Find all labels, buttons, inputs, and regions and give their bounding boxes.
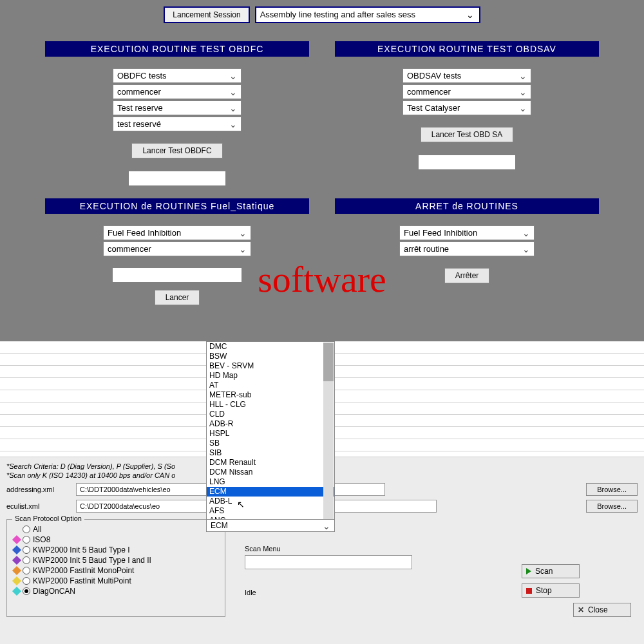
protocol-kwp12-label: KWP2000 Init 5 Baud Type I and II	[33, 556, 151, 565]
obdfc-reserve-select[interactable]: Test reserve	[113, 100, 242, 115]
obdfc-commencer-select[interactable]: commencer	[113, 84, 242, 99]
obdfc-header: EXECUTION ROUTINE TEST OBDFC	[45, 41, 309, 57]
dropdown-item[interactable]: SIB	[207, 448, 334, 458]
dropdown-item[interactable]: DCM Renault	[207, 458, 334, 468]
launch-session-button[interactable]: Lancement Session	[164, 6, 249, 23]
lancer-fuel-button[interactable]: Lancer	[155, 290, 200, 305]
arret-section: ARRET de ROUTINES Fuel Feed Inhibition a…	[335, 198, 599, 318]
scan-menu-field[interactable]	[245, 555, 412, 569]
protocol-all-label: All	[33, 525, 41, 534]
lancer-test-obdsav-button[interactable]: Lancer Test OBD SA	[421, 127, 514, 142]
fuel-section: EXECUTION de ROUTINES Fuel_Statique Fuel…	[45, 198, 309, 318]
diamond-icon	[12, 545, 21, 554]
obdfc-result-field	[129, 171, 225, 185]
obdsav-tests-select[interactable]: OBDSAV tests	[402, 68, 531, 83]
play-icon	[526, 568, 531, 574]
dropdown-item[interactable]: ADB-R	[207, 419, 334, 429]
ecu-type-dropdown[interactable]: DMCBSWBEV - SRVMHD MapATMETER-subHLL - C…	[206, 341, 335, 532]
obdfc-tests-select[interactable]: OBDFC tests	[113, 68, 242, 83]
stop-icon	[526, 588, 532, 594]
diamond-icon	[12, 556, 21, 565]
top-panel: Lancement Session Assembly line testing …	[0, 0, 644, 341]
addressing-label: addressing.xml	[6, 486, 71, 493]
fuel-commencer-select[interactable]: commencer	[103, 242, 251, 256]
dropdown-item[interactable]: DCM Nissan	[207, 468, 334, 477]
obdsav-commencer-select[interactable]: commencer	[402, 84, 531, 99]
dropdown-item[interactable]: SB	[207, 439, 334, 448]
dropdown-item[interactable]: HSPL	[207, 429, 334, 439]
ecu-selected-display[interactable]: ECM	[207, 519, 334, 531]
obdsav-catalyser-select[interactable]: Test Catalyser	[402, 100, 531, 115]
protocol-diag-label: DiagOnCAN	[33, 587, 75, 596]
obdsav-section: EXECUTION ROUTINE TEST OBDSAV OBDSAV tes…	[335, 41, 599, 198]
obdsav-header: EXECUTION ROUTINE TEST OBDSAV	[335, 41, 599, 57]
close-button[interactable]: ✕Close	[573, 603, 631, 617]
protocol-kwpfm-label: KWP2000 FastInit MonoPoint	[33, 566, 134, 575]
arret-header: ARRET de ROUTINES	[335, 198, 599, 214]
status-idle: Idle	[245, 589, 502, 596]
dropdown-item[interactable]: LNG	[207, 477, 334, 487]
eculist-label: eculist.xml	[6, 502, 71, 510]
dropdown-item[interactable]: HD Map	[207, 371, 334, 381]
dropdown-item[interactable]: CLD	[207, 410, 334, 419]
dropdown-item[interactable]: BSW	[207, 352, 334, 361]
arreter-button[interactable]: Arrêter	[444, 268, 490, 283]
protocol-legend: Scan Protocol Option	[12, 515, 84, 522]
dropdown-item[interactable]: BEV - SRVM	[207, 361, 334, 371]
dropdown-item[interactable]: DMC	[207, 342, 334, 352]
dropdown-item[interactable]: AT	[207, 381, 334, 390]
browse-addressing-button[interactable]: Browse...	[586, 483, 638, 496]
diamond-icon	[12, 587, 21, 596]
diamond-icon	[12, 535, 21, 544]
dropdown-item[interactable]: ADB-L	[207, 497, 334, 506]
dropdown-item[interactable]: AFS	[207, 506, 334, 516]
stop-button[interactable]: Stop	[522, 583, 580, 598]
fuel-header: EXECUTION de ROUTINES Fuel_Statique	[45, 198, 309, 214]
protocol-group: Scan Protocol Option All ISO8 KWP2000 In…	[6, 519, 225, 617]
browse-eculist-button[interactable]: Browse...	[586, 500, 638, 513]
dropdown-scrollbar[interactable]	[323, 343, 334, 520]
protocol-kwp1-label: KWP2000 Init 5 Baud Type I	[33, 545, 130, 554]
dropdown-item[interactable]: METER-sub	[207, 390, 334, 400]
bottom-panel: DMCBSWBEV - SRVMHD MapATMETER-subHLL - C…	[0, 341, 644, 644]
radio-kwpfmp[interactable]	[23, 577, 30, 585]
session-type-select[interactable]: Assembly line testing and after sales se…	[255, 6, 480, 23]
dropdown-item[interactable]: ECM	[207, 487, 334, 497]
arret-routine-select[interactable]: arrêt routine	[399, 242, 535, 256]
radio-iso8[interactable]	[23, 536, 30, 544]
protocol-kwpfmp-label: KWP2000 FastInit MultiPoint	[33, 576, 131, 585]
diamond-icon	[12, 566, 21, 575]
radio-kwp12[interactable]	[23, 556, 30, 564]
lancer-test-obdfc-button[interactable]: Lancer Test OBDFC	[131, 143, 222, 158]
fuel-inhibition-select[interactable]: Fuel Feed Inhibition	[103, 225, 251, 240]
radio-all[interactable]	[23, 526, 30, 533]
fuel-result-field	[113, 268, 242, 282]
obdfc-reserve2-select[interactable]: test reservé	[113, 117, 242, 131]
cursor-icon: ↖	[237, 499, 245, 509]
radio-kwp1[interactable]	[23, 546, 30, 554]
scan-button[interactable]: Scan	[522, 564, 580, 578]
diamond-icon	[12, 576, 21, 585]
scan-menu-label: Scan Menu	[245, 545, 502, 553]
arret-inhibition-select[interactable]: Fuel Feed Inhibition	[399, 225, 535, 240]
radio-diagoncan[interactable]	[23, 587, 30, 595]
obdsav-result-field	[419, 155, 515, 169]
obdfc-section: EXECUTION ROUTINE TEST OBDFC OBDFC tests…	[45, 41, 309, 198]
dropdown-item[interactable]: HLL - CLG	[207, 400, 334, 410]
protocol-iso8-label: ISO8	[33, 535, 50, 544]
close-icon: ✕	[578, 605, 584, 614]
radio-kwpfm[interactable]	[23, 567, 30, 574]
